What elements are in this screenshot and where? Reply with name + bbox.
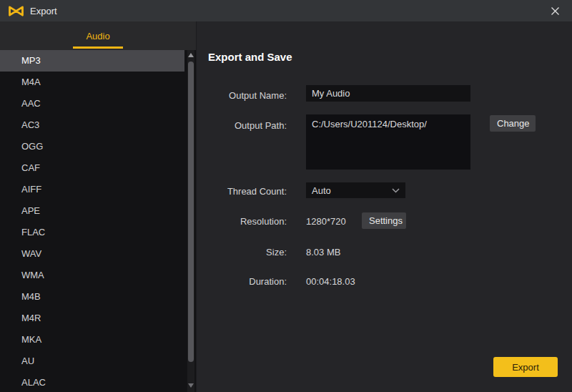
- sidebar: Audio MP3 M4A AAC AC3 OGG CAF AIFF APE F…: [0, 21, 196, 392]
- thread-count-label: Thread Count:: [197, 186, 287, 197]
- tabbar: Audio: [0, 21, 196, 50]
- resolution-label: Resolution:: [197, 216, 287, 227]
- format-item-aiff[interactable]: AIFF: [0, 179, 184, 200]
- duration-value: 00:04:18.03: [306, 276, 355, 287]
- format-item-wav[interactable]: WAV: [0, 243, 184, 265]
- tab-active-underline: [73, 46, 123, 49]
- tab-audio-label: Audio: [86, 31, 109, 41]
- format-item-m4r[interactable]: M4R: [0, 308, 184, 329]
- panel-heading: Export and Save: [208, 51, 292, 63]
- resolution-settings-button[interactable]: Settings: [362, 212, 406, 229]
- output-name-label: Output Name:: [197, 90, 287, 101]
- format-item-ape[interactable]: APE: [0, 200, 184, 222]
- format-item-ac3[interactable]: AC3: [0, 114, 184, 136]
- format-item-m4b[interactable]: M4B: [0, 286, 184, 308]
- export-panel: Export and Save Output Name: Output Path…: [196, 21, 572, 392]
- scroll-up-button[interactable]: [187, 50, 194, 60]
- format-item-caf[interactable]: CAF: [0, 157, 184, 179]
- scroll-down-icon: [188, 383, 194, 388]
- tab-audio[interactable]: Audio: [84, 21, 111, 50]
- export-button[interactable]: Export: [493, 357, 558, 377]
- resolution-value: 1280*720: [306, 216, 346, 227]
- format-item-aac[interactable]: AAC: [0, 93, 184, 114]
- thread-count-dropdown[interactable]: Auto: [306, 182, 405, 198]
- output-name-input[interactable]: [306, 85, 470, 102]
- format-item-mp3[interactable]: MP3: [0, 50, 184, 72]
- size-value: 8.03 MB: [306, 247, 340, 258]
- scroll-down-button[interactable]: [187, 381, 194, 391]
- window-title: Export: [30, 6, 57, 16]
- format-list: MP3 M4A AAC AC3 OGG CAF AIFF APE FLAC WA…: [0, 50, 196, 392]
- output-path-label: Output Path:: [197, 120, 287, 131]
- thread-count-value: Auto: [312, 185, 331, 196]
- output-path-field[interactable]: C:/Users/U201124/Desktop/: [306, 114, 470, 170]
- close-button[interactable]: [543, 0, 566, 21]
- scroll-up-icon: [188, 53, 194, 57]
- format-item-ogg[interactable]: OGG: [0, 136, 184, 157]
- format-item-alac[interactable]: ALAC: [0, 372, 184, 392]
- format-item-wma[interactable]: WMA: [0, 265, 184, 286]
- size-label: Size:: [197, 247, 287, 258]
- change-path-button[interactable]: Change: [490, 115, 536, 132]
- chevron-down-icon: [392, 188, 400, 193]
- duration-label: Duration:: [197, 276, 287, 287]
- format-item-m4a[interactable]: M4A: [0, 72, 184, 93]
- format-item-flac[interactable]: FLAC: [0, 222, 184, 243]
- app-logo-icon: [8, 5, 24, 17]
- scrollbar-thumb[interactable]: [188, 62, 194, 362]
- format-list-scrollbar[interactable]: [187, 50, 194, 392]
- format-item-mka[interactable]: MKA: [0, 329, 184, 351]
- titlebar: Export: [0, 0, 572, 21]
- format-item-au[interactable]: AU: [0, 351, 184, 372]
